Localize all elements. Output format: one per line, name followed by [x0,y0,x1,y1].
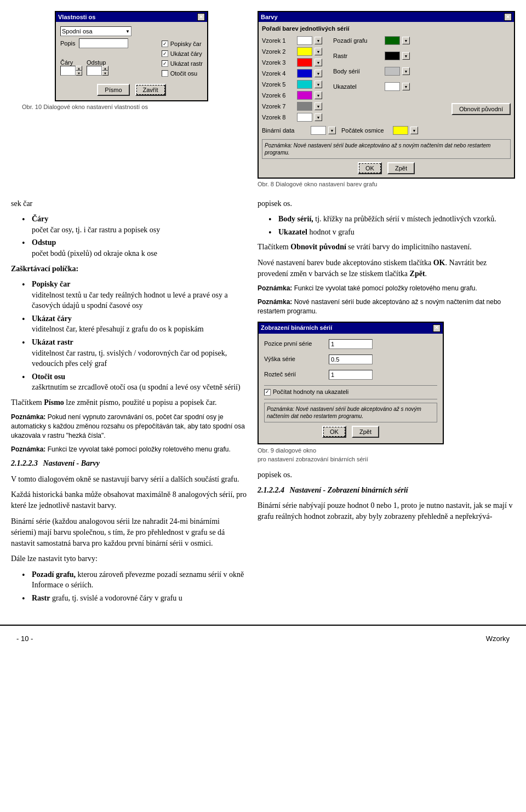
odstup-spin-down[interactable]: ▼ [102,71,108,76]
popisky-car-text: viditelnost textů u čar tedy reálných ho… [32,291,228,310]
cary-item: Čáry počet čar osy, tj. i čar rastru a p… [22,214,247,235]
vzorek-5-label: Vzorek 5 [262,81,295,88]
poznamka3: Poznámka: Funkci lze vyvolat také pomocí… [258,284,515,293]
cary-spin-down[interactable]: ▼ [76,71,82,76]
barvy-p3: Dále lze nastavit tyto barvy: [11,553,247,564]
odstup-group: Odstup 11 ▲ ▼ [87,59,108,76]
ukazat-rastr-text: viditelnost čar rastru, tj. svislých / v… [32,349,227,368]
barvy-note-text: Poznámka: Nové nastavení sérií bude akce… [265,142,490,156]
vzorek-5-swatch [297,80,312,89]
popis-input[interactable] [79,38,128,48]
barvy-ok-button[interactable]: OK [358,162,382,174]
separator2 [264,399,437,399]
vzorek-8-btn[interactable]: ▼ [315,113,322,121]
rastr-item: Rastr grafu, tj. svislé a vodorovné čáry… [22,593,247,604]
cary-input[interactable]: 13 [60,66,76,76]
ok-bold: OK [433,259,445,267]
body-text: tj. křížky na průběžích sérií v místech … [315,215,496,223]
pocitat-checkbox[interactable]: ✓ [264,389,271,396]
checkbox-ukazat-cary: ✓ Ukázat čáry [162,50,203,57]
binary-close-btn[interactable]: ✕ [433,324,441,332]
vyska-label: Výška série [264,355,324,364]
vzorek-4-btn[interactable]: ▼ [315,70,322,77]
pozadi-heading: Pozadí grafu, [32,570,76,579]
ok-text: Nové nastavení barev bude akceptováno st… [258,258,515,280]
vzorek-6-swatch [297,91,312,100]
pocitat-label: Počítat hodnoty na ukazateli [273,388,348,397]
bullet-list-zask: Popisky čar viditelnost textů u čar tedy… [11,279,247,393]
odstup-label: Odstup [87,59,108,66]
body-item: Body sérií, tj. křížky na průběžích séri… [268,214,515,225]
cary-spin-up[interactable]: ▲ [76,66,82,71]
vzorek-6-btn[interactable]: ▼ [315,92,322,99]
vzorek-7-btn[interactable]: ▼ [315,102,322,110]
vzorek-3-swatch [297,58,312,67]
vzorek-row-6: Vzorek 6 ▼ [262,90,322,101]
binary-btn[interactable]: ▼ [328,127,336,134]
vzorek-6-label: Vzorek 6 [262,92,295,99]
popisky-label: Popisky čar [170,41,202,47]
pozice-label: Pozice první série [264,340,324,348]
binary-ok-button[interactable]: OK [322,426,346,438]
dropdown-arrow-icon: ▼ [125,29,130,34]
sek-car-text: sek čar [11,198,247,209]
popisky-checkbox[interactable]: ✓ [162,41,168,47]
barvy-note: Poznámka: Nové nastavení sérií bude akce… [262,139,511,159]
vzorek-4-swatch [297,69,312,78]
ukazat-cary-checkbox[interactable]: ✓ [162,50,168,57]
vzorek-list: Vzorek 1 ▼ Vzorek 2 ▼ Vzorek 3 [262,35,322,123]
pocitat-checkbox-row: ✓ Počítat hodnoty na ukazateli [264,388,437,397]
binary-zpet-button[interactable]: Zpět [352,426,379,438]
axis-select[interactable]: Spodní osa ▼ [60,26,132,36]
binary-note: Poznámka: Nové nastavení sérií bude akce… [264,403,437,422]
odstup-spin-up[interactable]: ▲ [102,66,108,71]
vzorek-7-swatch [297,102,312,111]
cary-group: Čáry 13 ▲ ▼ [60,59,82,76]
vzorek-5-btn[interactable]: ▼ [315,81,322,88]
odstup-input[interactable]: 11 [87,66,102,76]
left-column: Vlastnosti os ✕ Spodní osa ▼ [11,11,252,193]
pismo-button[interactable]: Písmo [97,84,129,96]
roztec-row: Rozteč sérií [264,370,437,380]
rastr-text: grafu, tj. svislé a vodorovné čáry v gra… [52,594,182,602]
checkbox-ukazat-rastr: ✓ Ukázat rastr [162,60,203,67]
body-serii-btn[interactable]: ▼ [402,67,410,75]
zaskrtavaci-heading: Zaškrtávací políčka: [11,265,78,273]
odstup-spin-buttons: ▲ ▼ [102,66,108,76]
bullet-list-main: Čáry počet čar osy, tj. i čar rastru a p… [11,214,247,259]
vzorek-1-btn[interactable]: ▼ [315,37,322,44]
barvy-close-btn[interactable]: ✕ [504,13,512,21]
barvy-body: Pořadí barev jednotlivých sérií Vzorek 1… [259,22,514,178]
obnovit-button[interactable]: Obnovit původní [451,103,511,115]
pozadi-grafu-row: Pozadí grafu ▼ [333,35,511,46]
ukazatel-btn[interactable]: ▼ [402,83,410,90]
vlastnosti-close-btn[interactable]: ✕ [197,13,205,21]
popisky-car-heading: Popisky čar [32,280,70,288]
rastr-btn[interactable]: ▼ [402,52,410,60]
vzorek-3-btn[interactable]: ▼ [315,59,322,66]
vzorek-2-btn[interactable]: ▼ [315,48,322,55]
pozadi-btn[interactable]: ▼ [402,37,410,44]
body-heading: Body sérií, [278,215,313,223]
binary-caption-line1: Obr. 9 dialogové okno [258,447,316,454]
vyska-input[interactable] [329,354,373,364]
ukazatel-swatch [385,82,400,91]
roztec-input[interactable] [329,370,373,380]
cary-heading: Čáry [32,215,48,223]
pocatek-row: Počátek osmice ▼ [341,125,418,136]
binary-intro: Binární série nabývají pouze hodnot 0 ne… [258,500,515,523]
binary-dialog: Zobrazení binárních sérií ✕ Pozice první… [258,322,444,444]
ukazat-rastr-checkbox[interactable]: ✓ [162,60,168,67]
footer-right: Wzorky [486,634,510,643]
zavrit-button[interactable]: Zavřít [135,84,166,96]
ukazat-cary-heading: Ukázat čáry [32,314,72,323]
ukazat-cary-item: Ukázat čáry viditelnost čar, které přesa… [22,313,247,335]
barvy-zpet-button[interactable]: Zpět [387,162,415,174]
pocatek-btn[interactable]: ▼ [410,127,418,134]
left-content: sek čar Čáry počet čar osy, tj. i čar ra… [11,198,247,604]
vlastnosti-dialog: Vlastnosti os ✕ Spodní osa ▼ [55,11,208,101]
body-serii-swatch [385,67,400,76]
vzorek-4-label: Vzorek 4 [262,70,295,77]
pozice-input[interactable] [329,339,373,349]
otocit-checkbox[interactable] [162,70,168,77]
